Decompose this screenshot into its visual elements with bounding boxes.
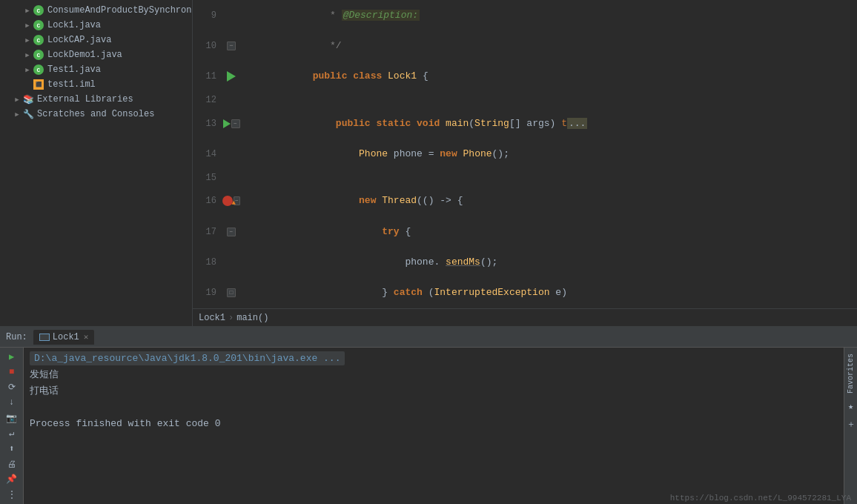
- run-icon-13[interactable]: [223, 119, 231, 128]
- favorites-bar: Favorites ★ ＋: [844, 348, 857, 504]
- file-label: ConsumeAndProductBySynchronzied.java: [47, 5, 193, 16]
- file-tree: ▶ C ConsumeAndProductBySynchronzied.java…: [0, 0, 193, 326]
- external-libraries-label: External Libraries: [37, 94, 133, 105]
- line-num-15: 15: [193, 170, 222, 186]
- java-file-icon: C: [33, 34, 44, 46]
- line-num-10: 10: [193, 38, 222, 54]
- scratches-label: Scratches and Consoles: [37, 109, 154, 119]
- scroll-up-button[interactable]: ⬆: [4, 442, 20, 455]
- tab-terminal-icon: [39, 334, 50, 341]
- arrow-icon: ▶: [22, 20, 33, 30]
- line-num-12: 12: [193, 92, 222, 108]
- arrow-icon: ▶: [22, 50, 33, 60]
- java-file-icon: C: [33, 19, 44, 31]
- more-button[interactable]: ⋮: [4, 488, 20, 501]
- file-lockdemo1[interactable]: ▶ C LockDemo1.java: [0, 47, 192, 62]
- pin-button[interactable]: 📌: [4, 474, 20, 486]
- breadcrumb-file[interactable]: Lock1: [199, 313, 225, 323]
- file-label: Lock1.java: [47, 20, 101, 30]
- line-num-17: 17: [193, 224, 222, 240]
- debug-badge-16[interactable]: ▲: [222, 196, 233, 206]
- file-label: LockDemo1.java: [47, 50, 122, 60]
- external-lib-icon: 📚: [22, 93, 34, 105]
- run-icon-11[interactable]: [227, 71, 236, 82]
- scratches-consoles[interactable]: ▶ 🔧 Scratches and Consoles: [0, 107, 192, 122]
- footer-url: https://blog.csdn.net/L_994572281_LYA: [670, 494, 851, 503]
- console-exit-text: Process finished with exit code 0: [30, 418, 220, 429]
- line-num-16: 16: [193, 193, 222, 209]
- fold-icon-10[interactable]: −: [227, 42, 236, 50]
- external-libraries[interactable]: ▶ 📚 External Libraries: [0, 92, 192, 107]
- scroll-down-button[interactable]: ↓: [4, 397, 20, 409]
- wrap-button[interactable]: ↵: [4, 428, 20, 440]
- file-lock1[interactable]: ▶ C Lock1.java: [0, 18, 192, 33]
- file-test1[interactable]: ▶ C Test1.java: [0, 62, 192, 77]
- console-command-line: D:\a_java_resource\Java\jdk1.8.0_201\bin…: [30, 351, 838, 367]
- print-button[interactable]: 🖨: [4, 458, 20, 471]
- console-output-1: 发短信: [30, 367, 838, 383]
- run-tab-name: Lock1: [53, 332, 79, 342]
- file-label: Test1.java: [47, 64, 101, 75]
- console-finished-line: Process finished with exit code 0: [30, 416, 838, 432]
- code-line-19: 19 □ } catch (InterruptedException e): [193, 278, 857, 308]
- console-text-call: 打电话: [30, 385, 59, 397]
- breadcrumb-method[interactable]: main(): [236, 313, 268, 323]
- gutter-17: −: [222, 228, 240, 236]
- tab-close-icon[interactable]: ✕: [84, 332, 89, 342]
- console-text-sms: 发短信: [30, 369, 59, 380]
- run-tab-bar: Run: Lock1 ✕: [0, 327, 857, 348]
- file-label: LockCAP.java: [47, 35, 111, 45]
- fav-add-icon[interactable]: ＋: [843, 416, 858, 432]
- fold-icon-13[interactable]: −: [231, 119, 240, 128]
- code-editor: 9 * @Description: 10 − */: [193, 0, 857, 326]
- scratches-icon: 🔧: [22, 108, 34, 120]
- file-consume[interactable]: ▶ C ConsumeAndProductBySynchronzied.java: [0, 3, 192, 18]
- run-tab-lock1[interactable]: Lock1 ✕: [33, 330, 95, 345]
- gutter-19: □: [222, 288, 240, 297]
- iml-file-icon: ⬛: [33, 79, 44, 90]
- gutter-16: ▲ −: [222, 196, 240, 206]
- line-content-19: } catch (InterruptedException e): [240, 268, 857, 308]
- file-label: test1.iml: [47, 79, 96, 90]
- java-file-icon: C: [33, 49, 44, 61]
- line-num-19: 19: [193, 285, 222, 301]
- console-empty-line: [30, 399, 838, 416]
- java-file-icon: C: [33, 4, 44, 16]
- arrow-icon: ▶: [22, 35, 33, 45]
- arrow-icon: ▶: [12, 94, 22, 105]
- run-button[interactable]: ▶: [4, 351, 20, 363]
- java-file-icon: C: [33, 64, 44, 76]
- arrow-icon: ▶: [22, 5, 33, 16]
- code-line-14: 14 Phone phone = new Phone();: [193, 139, 857, 169]
- arrow-icon: ▶: [12, 109, 22, 119]
- favorites-label[interactable]: Favorites: [845, 351, 856, 397]
- line-num-9: 9: [193, 7, 222, 24]
- line-num-13: 13: [193, 116, 222, 132]
- run-panel: Run: Lock1 ✕ ▶ ■ ⟳ ↓ 📷 ↵ ⬆ 🖨 📌 ⋮ D:\a_ja…: [0, 326, 857, 504]
- line-num-18: 18: [193, 254, 222, 271]
- gutter-13: −: [222, 119, 240, 128]
- code-view[interactable]: 9 * @Description: 10 − */: [193, 0, 857, 308]
- gutter-10: −: [222, 42, 240, 50]
- gutter-11: [222, 71, 240, 82]
- console-output: D:\a_java_resource\Java\jdk1.8.0_201\bin…: [24, 348, 844, 504]
- stop-button[interactable]: ■: [4, 366, 20, 379]
- run-toolbar: ▶ ■ ⟳ ↓ 📷 ↵ ⬆ 🖨 📌 ⋮: [0, 348, 24, 504]
- breadcrumb-bar: Lock1 › main(): [193, 308, 857, 326]
- run-label: Run:: [6, 332, 27, 342]
- file-test1iml[interactable]: ▶ ⬛ test1.iml: [0, 77, 192, 92]
- breadcrumb-separator: ›: [228, 313, 234, 323]
- file-lockcap[interactable]: ▶ C LockCAP.java: [0, 33, 192, 47]
- line-num-14: 14: [193, 146, 222, 162]
- console-output-2: 打电话: [30, 383, 838, 399]
- rerun-button[interactable]: ⟳: [4, 381, 20, 394]
- fav-star-icon[interactable]: ★: [843, 398, 858, 414]
- code-line-11: 11 public class Lock1 {: [193, 62, 857, 92]
- screenshot-button[interactable]: 📷: [4, 412, 20, 425]
- console-command: D:\a_java_resource\Java\jdk1.8.0_201\bin…: [30, 351, 345, 365]
- fold-icon-19[interactable]: □: [227, 288, 236, 297]
- arrow-icon: ▶: [22, 64, 33, 75]
- line-num-11: 11: [193, 68, 222, 84]
- fold-icon-17[interactable]: −: [227, 228, 236, 236]
